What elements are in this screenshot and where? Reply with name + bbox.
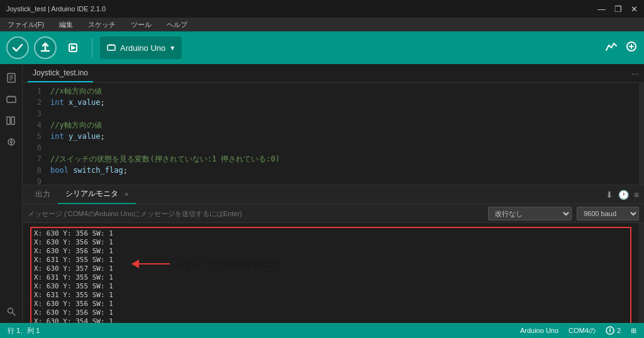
status-board: Arduino Uno bbox=[520, 327, 558, 334]
svg-point-18 bbox=[8, 308, 13, 313]
serial-line: X: 630 Y: 356 SW: 1 bbox=[34, 308, 628, 317]
menu-tools[interactable]: ツール bbox=[128, 20, 154, 30]
status-bar: 行 1、列 1 Arduino Uno COM4の 2 ⊞ bbox=[0, 323, 644, 338]
serial-line: X: 631 Y: 355 SW: 1 bbox=[34, 291, 628, 300]
svg-rect-10 bbox=[7, 97, 16, 102]
serial-line: X: 630 Y: 354 SW: 1 bbox=[34, 317, 628, 323]
maximize-button[interactable]: ❐ bbox=[614, 4, 622, 14]
bottom-tabs-left: 出力 シリアルモニタ × bbox=[28, 185, 136, 204]
bottom-tabs: 出力 シリアルモニタ × ⬇ 🕐 ≡ bbox=[23, 185, 644, 204]
toolbar-right bbox=[605, 40, 638, 56]
svg-rect-15 bbox=[11, 117, 14, 124]
serial-line: X: 630 Y: 357 SW: 1 bbox=[34, 264, 628, 273]
svg-point-22 bbox=[609, 328, 611, 329]
serial-line: X: 631 Y: 355 SW: 1 bbox=[34, 256, 628, 264]
line-ending-select[interactable]: 改行なし 改行 キャリッジリターン 改行+CR bbox=[488, 207, 572, 221]
status-position: 行 1、列 1 bbox=[8, 326, 40, 335]
notification-icon bbox=[606, 326, 614, 335]
serial-content[interactable]: X: 630 Y: 356 SW: 1X: 630 Y: 356 SW: 1X:… bbox=[23, 223, 639, 323]
bottom-panel: 出力 シリアルモニタ × ⬇ 🕐 ≡ 改行なし 改行 bbox=[23, 185, 644, 323]
verify-button[interactable] bbox=[6, 36, 29, 59]
serial-monitor-icon[interactable] bbox=[625, 40, 638, 56]
serial-output: X: 630 Y: 356 SW: 1X: 630 Y: 356 SW: 1X:… bbox=[23, 223, 644, 323]
sidebar-icon-library[interactable] bbox=[3, 112, 20, 129]
minimize-button[interactable]: — bbox=[597, 4, 606, 14]
file-tab-more[interactable]: ··· bbox=[631, 68, 639, 79]
clock-icon[interactable]: 🕐 bbox=[618, 190, 629, 200]
board-icon bbox=[106, 43, 116, 53]
menu-bar: ファイル(F) 編集 スケッチ ツール ヘルプ bbox=[0, 18, 644, 31]
editor-scrollbar[interactable] bbox=[639, 83, 644, 185]
serial-line: X: 631 Y: 355 SW: 1 bbox=[34, 273, 628, 282]
sidebar-icon-files[interactable] bbox=[3, 69, 20, 87]
status-bar-right: Arduino Uno COM4の 2 ⊞ bbox=[520, 326, 636, 335]
svg-line-19 bbox=[13, 313, 15, 315]
code-area: 1 2 3 4 5 6 7 8 9 10 11 //x軸方向の値 int x_v… bbox=[23, 83, 644, 185]
sidebar-icon-search[interactable] bbox=[3, 303, 20, 320]
menu-icon[interactable]: ≡ bbox=[634, 190, 639, 200]
board-label: Arduino Uno bbox=[120, 43, 165, 53]
message-input[interactable] bbox=[28, 210, 483, 217]
title-bar-controls: — ❐ ✕ bbox=[597, 4, 638, 14]
serial-line: X: 630 Y: 356 SW: 1 bbox=[34, 229, 628, 238]
title-bar: Joystick_test | Arduino IDE 2.1.0 — ❐ ✕ bbox=[0, 0, 644, 18]
tab-output[interactable]: 出力 bbox=[28, 185, 58, 204]
serial-lines-highlight: X: 630 Y: 356 SW: 1X: 630 Y: 356 SW: 1X:… bbox=[30, 227, 631, 323]
sidebar-icon-board[interactable] bbox=[3, 90, 20, 108]
baud-rate-select[interactable]: 300 baud 1200 baud 2400 baud 4800 baud 9… bbox=[577, 207, 639, 221]
serial-line: X: 630 Y: 356 SW: 1 bbox=[34, 300, 628, 308]
main-area: Joystick_test.ino ··· 1 2 3 4 5 6 7 8 9 … bbox=[0, 64, 644, 323]
tab-serial-monitor[interactable]: シリアルモニタ × bbox=[58, 185, 136, 204]
status-port: COM4の bbox=[569, 326, 596, 335]
file-tab: Joystick_test.ino ··· bbox=[23, 64, 644, 83]
file-tab-name[interactable]: Joystick_test.ino bbox=[28, 64, 93, 82]
status-notifications[interactable]: 2 bbox=[606, 326, 621, 335]
serial-scrollbar[interactable] bbox=[639, 223, 644, 323]
close-button[interactable]: ✕ bbox=[631, 4, 638, 14]
title-bar-title: Joystick_test | Arduino IDE 2.1.0 bbox=[6, 5, 106, 13]
upload-button[interactable] bbox=[34, 36, 57, 59]
sidebar-icon-debug[interactable] bbox=[3, 133, 20, 151]
serial-line: X: 630 Y: 356 SW: 1 bbox=[34, 247, 628, 256]
serial-monitor-close[interactable]: × bbox=[125, 190, 128, 198]
debug-button[interactable] bbox=[62, 36, 84, 59]
menu-edit[interactable]: 編集 bbox=[57, 20, 75, 30]
menu-help[interactable]: ヘルプ bbox=[164, 20, 190, 30]
toolbar-separator bbox=[92, 38, 92, 57]
serial-line: X: 630 Y: 356 SW: 1 bbox=[34, 238, 628, 247]
menu-sketch[interactable]: スケッチ bbox=[86, 20, 118, 30]
serial-plotter-icon[interactable] bbox=[605, 40, 618, 56]
code-content[interactable]: //x軸方向の値 int x_value; //y軸方向の値 int y_val… bbox=[45, 83, 639, 185]
scroll-down-icon[interactable]: ⬇ bbox=[606, 190, 613, 200]
sidebar bbox=[0, 64, 23, 323]
grid-icon[interactable]: ⊞ bbox=[631, 327, 636, 335]
board-dropdown-arrow: ▼ bbox=[169, 45, 175, 52]
line-numbers: 1 2 3 4 5 6 7 8 9 10 11 bbox=[23, 83, 45, 185]
toolbar: Arduino Uno ▼ bbox=[0, 31, 644, 64]
serial-line: X: 630 Y: 355 SW: 1 bbox=[34, 282, 628, 291]
board-selector[interactable]: Arduino Uno ▼ bbox=[100, 36, 182, 59]
serial-toolbar: 改行なし 改行 キャリッジリターン 改行+CR 300 baud 1200 ba… bbox=[23, 204, 644, 223]
bottom-tabs-right: ⬇ 🕐 ≡ bbox=[606, 190, 639, 200]
svg-rect-1 bbox=[108, 45, 115, 50]
menu-file[interactable]: ファイル(F) bbox=[5, 20, 47, 30]
svg-rect-14 bbox=[7, 117, 10, 124]
